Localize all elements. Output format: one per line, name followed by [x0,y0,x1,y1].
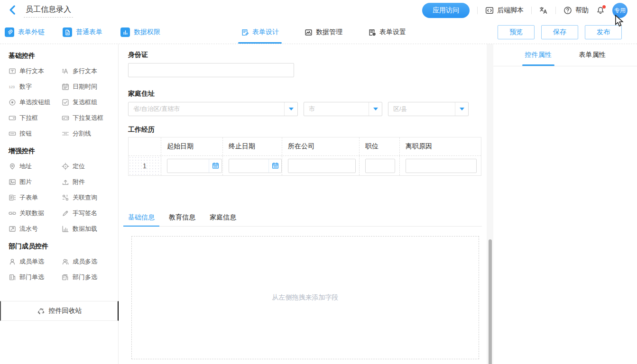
col-header-start-date: 起始日期 [161,137,223,155]
preview-button[interactable]: 预览 [498,25,535,39]
radio-group-icon [9,99,16,106]
work-table-header: 起始日期 终止日期 所在公司 职位 离职原因 [129,137,481,155]
start-date-cell [161,156,223,175]
widget-dept-multi[interactable]: 部门多选 [62,269,115,285]
widget-datetime[interactable]: 日期时间 [62,79,115,94]
help-label: 帮助 [575,6,589,15]
end-date-picker[interactable] [229,159,282,173]
widget-locate[interactable]: 定位 [62,158,115,174]
assoc-data-icon [9,209,16,217]
save-button[interactable]: 保存 [541,25,578,39]
widget-checkbox-group[interactable]: 复选框组 [62,94,115,110]
widget-subform[interactable]: 子表单 [9,190,62,205]
info-tabs: 基础信息 教育信息 家庭信息 [128,209,482,227]
id-card-input[interactable] [128,63,294,77]
work-table-row: 1 [129,155,481,175]
toolbar-actions: 预览 保存 发布 [498,25,622,39]
serial-icon [9,225,16,233]
tab-form-settings[interactable]: 表单设置 [368,21,406,44]
user-badge[interactable]: 专用 [612,3,628,18]
company-cell [282,156,360,175]
start-date-picker[interactable] [167,159,222,173]
caret-down-icon [460,108,464,110]
image-icon [9,178,16,186]
data-permission-button[interactable]: 数据权限 [120,27,160,37]
select-icon [9,114,16,122]
divider [531,7,532,14]
normal-form-button[interactable]: 普通表单 [63,27,102,37]
widget-button[interactable]: 按钮 [9,126,62,141]
widget-serial[interactable]: 流水号 [9,221,62,237]
backend-script-button[interactable]: 后端脚本 [485,6,524,15]
widget-member-single[interactable]: 成员单选 [9,254,62,269]
position-input[interactable] [365,159,395,173]
widget-attachment[interactable]: 附件 [62,174,115,190]
widget-grid-enhanced: 地址 定位 图片 附件 子表单 关联查询 关联数据 手写签名 流水号 数据加载 [9,158,118,237]
widget-divider[interactable]: 分割线 [62,126,115,141]
widget-sidebar: 基础控件 单行文本 多行文本 123数字 日期时间 单选按钮组 复选框组 下拉框… [0,44,119,364]
code-icon [485,6,494,15]
page-title[interactable]: 员工信息录入 [24,4,73,18]
row-index-cell: 1 [129,156,161,175]
app-access-button[interactable]: 应用访问 [422,3,470,18]
caret-down-icon [289,108,294,110]
dept-single-icon [9,273,16,281]
widget-text-multi[interactable]: 多行文本 [62,63,115,79]
calendar-icon [209,159,222,173]
drop-zone-hint: 从左侧拖拽来添加字段 [272,293,339,302]
end-date-value [229,159,268,173]
widget-member-multi[interactable]: 成员多选 [62,254,115,269]
tab-education-info[interactable]: 教育信息 [169,209,195,226]
help-button[interactable]: 帮助 [563,6,589,15]
widget-select[interactable]: 下拉框 [9,110,62,126]
attachment-icon [62,178,69,186]
tab-basic-info[interactable]: 基础信息 [128,209,155,226]
widget-multiselect[interactable]: 下拉复选框 [62,110,115,126]
recycle-label: 控件回收站 [49,307,82,315]
canvas-scrollbar-track[interactable] [487,44,493,364]
drop-zone[interactable]: 从左侧拖拽来添加字段 [131,236,479,359]
widget-recycle-bin[interactable]: 控件回收站 [0,301,119,321]
district-placeholder: 区/县 [388,105,455,113]
widget-assoc-data[interactable]: 关联数据 [9,205,62,221]
col-header-index [129,137,161,155]
tab-form-design-label: 表单设计 [252,28,279,36]
checkbox-group-icon [62,99,69,106]
subform-icon [9,194,16,201]
question-icon [563,6,572,15]
widget-number[interactable]: 123数字 [9,79,62,94]
divider [555,7,556,14]
province-select[interactable]: 省/自治区/直辖市 [128,102,298,116]
backend-script-label: 后端脚本 [497,6,524,15]
field-label-address: 家庭住址 [128,90,482,98]
notification-bell-button[interactable] [596,6,605,15]
widget-assoc-query[interactable]: 关联查询 [62,190,115,205]
widget-address[interactable]: 地址 [9,158,62,174]
widget-dept-single[interactable]: 部门单选 [9,269,62,285]
widget-signature[interactable]: 手写签名 [62,205,115,221]
widget-radio-group[interactable]: 单选按钮组 [9,94,62,110]
reason-input[interactable] [406,159,477,173]
tab-form-design[interactable]: 表单设计 [241,21,279,44]
widget-text-single[interactable]: 单行文本 [9,63,62,79]
form-external-link-button[interactable]: 表单外链 [5,27,45,37]
back-button[interactable] [7,4,19,17]
company-input[interactable] [288,159,356,173]
publish-button[interactable]: 发布 [585,25,622,39]
toolbar-left-group: 表单外链 普通表单 数据权限 [5,27,160,37]
tab-family-info[interactable]: 家庭信息 [210,209,236,226]
tab-form-properties[interactable]: 表单属性 [579,44,606,66]
tab-data-manage[interactable]: 数据管理 [305,21,342,44]
widget-data-load[interactable]: 数据加载 [62,221,115,237]
caret-section [284,102,297,116]
tab-widget-properties[interactable]: 控件属性 [525,44,552,66]
form-toolbar: 表单外链 普通表单 数据权限 表单设计 数据管理 表单设置 [0,21,637,44]
district-select[interactable]: 区/县 [388,102,469,116]
caret-section [455,102,468,116]
translate-button[interactable] [539,6,548,15]
canvas-scrollbar-thumb[interactable] [489,239,492,364]
datetime-icon [62,83,69,91]
city-select[interactable]: 市 [304,102,382,116]
widget-image[interactable]: 图片 [9,174,62,190]
end-date-cell [223,156,282,175]
